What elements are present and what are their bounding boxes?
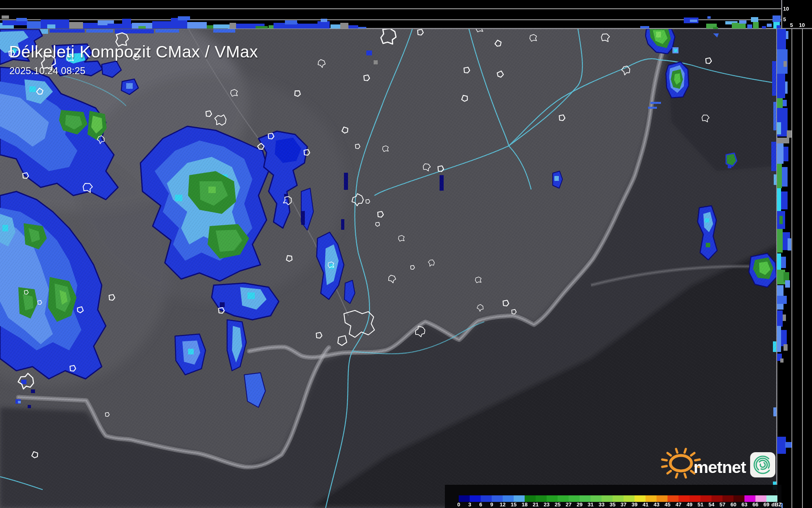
colorbar-cell [646, 495, 657, 502]
colorbar-tick-label: 25 [555, 501, 560, 508]
colorbar-tick-label: 29 [577, 501, 582, 508]
colorbar-cell [481, 495, 492, 502]
echo-segment [784, 344, 788, 351]
echo-segment [47, 24, 55, 29]
radar-screen: 10 5 5 10 Délkeleti Kompozit CMax / VMax… [0, 0, 812, 508]
horizontal-axis-label-5km: 5 [790, 22, 793, 28]
colorbar-cell [503, 495, 514, 502]
vertical-axis-label-10km: 10 [783, 6, 789, 12]
echo-segment [330, 24, 340, 29]
colorbar-tick-label: 35 [610, 501, 615, 508]
colorbar-tick-label: 41 [643, 501, 648, 508]
echo-segment [777, 310, 783, 327]
echo-segment [783, 314, 786, 321]
colorbar-cell [613, 495, 624, 502]
echo-segment [751, 17, 758, 22]
colorbar-cell [624, 495, 635, 502]
page-title: Délkeleti Kompozit CMax / VMax [9, 42, 258, 62]
colorbar-cell [744, 495, 755, 502]
radar-map [0, 0, 812, 508]
colorbar-cell [733, 495, 744, 502]
colorbar-cell [580, 495, 591, 502]
colorbar-tick-label: 12 [500, 501, 506, 508]
echo-segment [178, 16, 190, 20]
colorbar-tick-label: 31 [588, 501, 593, 508]
echo-segment [256, 26, 268, 29]
echo-segment [767, 24, 772, 27]
colorbar-tick-label: 47 [676, 501, 681, 508]
echo-segment [213, 24, 230, 29]
colorbar-cell [514, 495, 525, 502]
echo-segment [777, 122, 781, 134]
echo-segment [777, 143, 784, 164]
colorbar-cell [459, 495, 470, 502]
colorbar-tick-label: 54 [709, 501, 714, 508]
colorbar-cell [700, 495, 711, 502]
echo-segment [122, 19, 131, 24]
colorbar-cell [470, 495, 481, 502]
colorbar [459, 495, 777, 502]
echo-segment [358, 27, 366, 29]
echo-segment [783, 100, 787, 106]
colorbar-tick-label: 18 [522, 501, 527, 508]
colorbar-tick-label: 21 [533, 501, 538, 508]
colorbar-tick-label: 9 [490, 501, 493, 508]
echo-segment [788, 238, 791, 251]
colorbar-cell [689, 495, 700, 502]
echo-segment [187, 22, 207, 29]
echo-segment [777, 253, 781, 270]
echo-segment [781, 257, 786, 268]
echo-segment [690, 20, 697, 22]
echo-segment [230, 23, 236, 29]
colorbar-cell [755, 495, 766, 502]
horizontal-axis-label-10km: 10 [799, 22, 805, 28]
metnet-wordmark: metnet [694, 458, 746, 477]
echo-segment [207, 25, 213, 29]
colorbar-cell [668, 495, 678, 502]
colorbar-tick-label: 60 [731, 501, 736, 508]
echo-segment [152, 21, 171, 29]
echo-segment [779, 216, 783, 224]
echo-segment [785, 81, 788, 94]
echo-segment [2, 15, 9, 19]
colorbar-cell [766, 495, 777, 502]
echo-segment [781, 330, 787, 346]
colorbar-tick-label: 6 [479, 501, 482, 508]
metnet-app-icon [750, 452, 775, 477]
echo-segment [269, 25, 274, 29]
colorbar-tick-label: 49 [687, 501, 692, 508]
colorbar-cell [525, 495, 536, 502]
colorbar-tick-label: 37 [621, 501, 626, 508]
echo-segment [340, 23, 348, 29]
echo-segment [298, 24, 318, 29]
colorbar-tick-label: 51 [698, 501, 703, 508]
echo-segment [780, 358, 784, 363]
echo-segment [138, 26, 146, 29]
colorbar-tick-label: 57 [720, 501, 725, 508]
colorbar-unit-label: dBZ [771, 501, 781, 508]
echo-segment [732, 23, 746, 29]
echo-segment [773, 15, 781, 22]
echo-segment [782, 167, 788, 187]
echo-segment [777, 29, 786, 49]
colorbar-cell [591, 495, 602, 502]
echo-segment [777, 188, 781, 211]
colorbar-tick-label: 63 [742, 501, 747, 508]
echo-segment [777, 98, 783, 108]
echo-segment [784, 61, 787, 67]
echo-segment [713, 27, 718, 29]
echo-segment [739, 20, 746, 24]
colorbar-tick-label: 66 [753, 501, 758, 508]
echo-segment [784, 147, 788, 161]
echo-segment [785, 280, 790, 288]
echo-segment [753, 22, 759, 29]
colorbar-tick-label: 69 [764, 501, 769, 508]
vertical-axis-label-5km: 5 [783, 16, 786, 22]
colorbar-cell [492, 495, 503, 502]
colorbar-tick-label: 43 [654, 501, 659, 508]
echo-segment [348, 25, 358, 29]
echo-segment [786, 31, 788, 39]
echo-segment [321, 19, 327, 22]
echo-segment [317, 21, 330, 29]
colorbar-cell [635, 495, 646, 502]
